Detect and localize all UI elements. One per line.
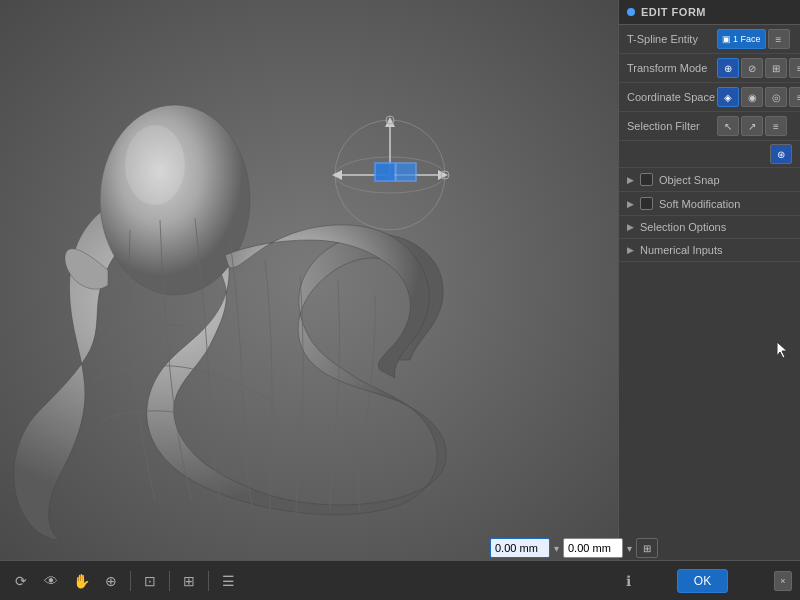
bottom-toolbar: ⟳ 👁 ✋ ⊕ ⊡ ⊞ ☰ xyxy=(0,560,620,600)
orbit-icon[interactable]: ⟳ xyxy=(10,570,32,592)
svg-rect-13 xyxy=(396,163,416,181)
num-input-2[interactable]: 0.00 mm xyxy=(563,538,623,558)
numeric-input-bar: 0.00 mm ▾ 0.00 mm ▾ ⊞ xyxy=(490,536,700,560)
tspline-entity-label: T-Spline Entity xyxy=(627,33,717,45)
soft-mod-chevron: ▶ xyxy=(627,199,634,209)
num-val-1: 0.00 mm xyxy=(495,542,538,554)
grid-icon[interactable]: ⊞ xyxy=(178,570,200,592)
coord-local-btn[interactable]: ◈ xyxy=(717,87,739,107)
info-icon[interactable]: ℹ xyxy=(626,573,631,589)
selection-filter-label: Selection Filter xyxy=(627,120,717,132)
extra-icon-row: ⊛ xyxy=(619,141,800,168)
tspline-entity-row: T-Spline Entity ▣ 1 Face ≡ xyxy=(619,25,800,54)
sep2 xyxy=(169,571,170,591)
object-snap-checkbox[interactable] xyxy=(640,173,653,186)
pan-icon[interactable]: ✋ xyxy=(70,570,92,592)
transform-mode-label: Transform Mode xyxy=(627,62,717,74)
panel-close-btn[interactable]: × xyxy=(774,571,792,591)
num-inputs-chevron: ▶ xyxy=(627,245,634,255)
svg-rect-12 xyxy=(375,163,395,181)
rect-select-icon[interactable]: ⊡ xyxy=(139,570,161,592)
transform-mode-controls: ⊕ ⊘ ⊞ ≡ xyxy=(717,58,800,78)
scale-mode-btn[interactable]: ⊞ xyxy=(765,58,787,78)
soft-modification-label: Soft Modification xyxy=(659,198,740,210)
coord-view-btn[interactable]: ◎ xyxy=(765,87,787,107)
numerical-inputs-label: Numerical Inputs xyxy=(640,244,723,256)
sel-opts-chevron: ▶ xyxy=(627,222,634,232)
coord-extra-btn[interactable]: ≡ xyxy=(789,87,800,107)
soft-modification-row[interactable]: ▶ Soft Modification xyxy=(619,192,800,216)
ok-button[interactable]: OK xyxy=(677,569,728,593)
num-chain-btn[interactable]: ⊞ xyxy=(636,538,658,558)
coordinate-space-controls: ◈ ◉ ◎ ≡ xyxy=(717,87,800,107)
face-count-icon: ▣ xyxy=(722,34,731,44)
soft-mod-checkbox[interactable] xyxy=(640,197,653,210)
sep3 xyxy=(208,571,209,591)
filter-btn3[interactable]: ≡ xyxy=(765,116,787,136)
3d-viewport[interactable] xyxy=(0,0,620,560)
face-count-text: 1 Face xyxy=(733,34,761,44)
transform-mode-row: Transform Mode ⊕ ⊘ ⊞ ≡ xyxy=(619,54,800,83)
face-select-btn[interactable]: ▣ 1 Face xyxy=(717,29,766,49)
sep1 xyxy=(130,571,131,591)
extra-icon-btn[interactable]: ⊛ xyxy=(770,144,792,164)
svg-point-1 xyxy=(100,105,250,295)
panel-bottom-bar: ℹ OK × xyxy=(618,560,800,600)
rotate-mode-btn[interactable]: ⊘ xyxy=(741,58,763,78)
filter-btn1[interactable]: ↖ xyxy=(717,116,739,136)
selection-filter-row: Selection Filter ↖ ↗ ≡ xyxy=(619,112,800,141)
filter-btn2[interactable]: ↗ xyxy=(741,116,763,136)
coordinate-space-row: Coordinate Space ◈ ◉ ◎ ≡ xyxy=(619,83,800,112)
object-snap-row[interactable]: ▶ Object Snap xyxy=(619,168,800,192)
panel-header-bullet xyxy=(627,8,635,16)
selection-options-label: Selection Options xyxy=(640,221,726,233)
object-snap-label: Object Snap xyxy=(659,174,720,186)
tspline-btn2[interactable]: ≡ xyxy=(768,29,790,49)
num-val-2: 0.00 mm xyxy=(568,542,611,554)
zoom-cursor-icon[interactable]: ⊕ xyxy=(100,570,122,592)
edit-form-panel: EDIT FORM T-Spline Entity ▣ 1 Face ≡ Tra… xyxy=(618,0,800,600)
object-snap-chevron: ▶ xyxy=(627,175,634,185)
coordinate-space-label: Coordinate Space xyxy=(627,91,717,103)
selection-filter-controls: ↖ ↗ ≡ xyxy=(717,116,792,136)
tspline-entity-controls: ▣ 1 Face ≡ xyxy=(717,29,792,49)
selection-options-row[interactable]: ▶ Selection Options xyxy=(619,216,800,239)
num-input-1[interactable]: 0.00 mm xyxy=(490,538,550,558)
transform-extra-btn[interactable]: ≡ xyxy=(789,58,800,78)
panel-header-title: EDIT FORM xyxy=(641,6,706,18)
display-icon[interactable]: ☰ xyxy=(217,570,239,592)
numerical-inputs-row[interactable]: ▶ Numerical Inputs xyxy=(619,239,800,262)
coord-world-btn[interactable]: ◉ xyxy=(741,87,763,107)
svg-point-2 xyxy=(125,125,185,205)
move-mode-btn[interactable]: ⊕ xyxy=(717,58,739,78)
look-icon[interactable]: 👁 xyxy=(40,570,62,592)
panel-header: EDIT FORM xyxy=(619,0,800,25)
